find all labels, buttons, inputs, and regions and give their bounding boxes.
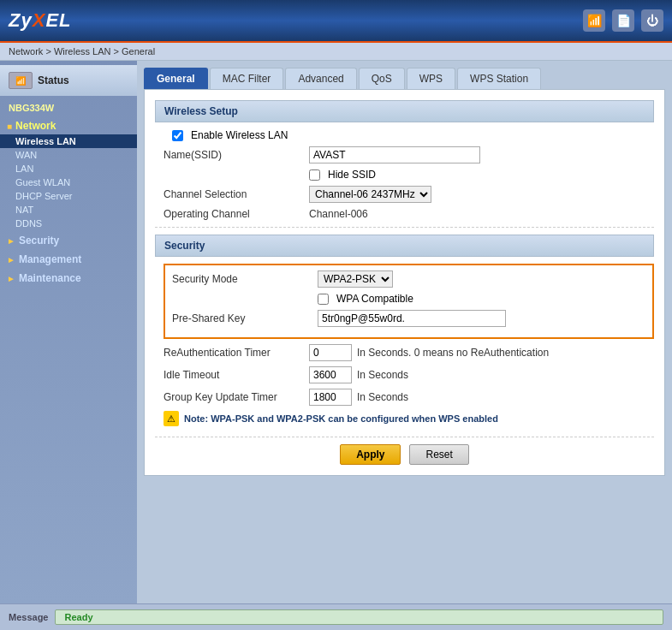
sidebar-item-guest-wlan[interactable]: Guest WLAN xyxy=(0,175,137,189)
sidebar-section-maintenance: ► Maintenance xyxy=(0,270,137,287)
channel-selection-label: Channel Selection xyxy=(164,188,309,200)
reauth-timer-input[interactable] xyxy=(309,344,352,361)
breadcrumb: Network > Wireless LAN > General xyxy=(0,43,672,61)
maintenance-section-label: Maintenance xyxy=(19,272,81,284)
sidebar-section-header-maintenance[interactable]: ► Maintenance xyxy=(0,270,137,287)
hide-ssid-row: Hide SSID xyxy=(155,169,654,181)
sidebar-section-header-network[interactable]: ■ Network xyxy=(0,117,137,134)
network-section-label: Network xyxy=(15,120,56,132)
management-section-label: Management xyxy=(19,253,81,265)
preshared-key-label: Pre-Shared Key xyxy=(172,312,318,324)
sidebar-section-network: ■ Network Wireless LAN WAN LAN Guest WLA… xyxy=(0,117,137,230)
apply-button[interactable]: Apply xyxy=(340,444,401,465)
footer-status: Ready xyxy=(55,609,663,625)
device-name: NBG334W xyxy=(0,100,137,116)
tab-advanced[interactable]: Advanced xyxy=(285,68,356,89)
router-icon: 📶 xyxy=(9,72,33,89)
group-key-label: Group Key Update Timer xyxy=(164,391,309,403)
security-mode-row: Security Mode WPA2-PSK xyxy=(172,270,645,288)
group-key-row: Group Key Update Timer In Seconds xyxy=(155,389,654,406)
wireless-setup-header: Wireless Setup xyxy=(155,100,654,122)
button-row: Apply Reset xyxy=(155,437,654,465)
content: General MAC Filter Advanced QoS WPS WPS … xyxy=(137,61,672,603)
reauth-timer-row: ReAuthentication Timer In Seconds. 0 mea… xyxy=(155,344,654,361)
expand-icon-maintenance: ► xyxy=(7,274,15,283)
note-text: Note: WPA-PSK and WPA2-PSK can be config… xyxy=(184,413,498,424)
enable-wireless-text: Enable Wireless LAN xyxy=(191,129,288,141)
sidebar-section-header-security[interactable]: ► Security xyxy=(0,232,137,249)
operating-channel-row: Operating Channel Channel-006 xyxy=(155,208,654,220)
document-icon[interactable]: 📄 xyxy=(612,9,634,32)
note-icon: ⚠ xyxy=(164,411,179,426)
operating-channel-label: Operating Channel xyxy=(164,208,309,220)
sidebar-item-nat[interactable]: NAT xyxy=(0,203,137,217)
group-key-input[interactable] xyxy=(309,389,352,406)
sidebar-item-ddns[interactable]: DDNS xyxy=(0,217,137,230)
ssid-row: Name(SSID) xyxy=(155,146,654,163)
tab-wps-station[interactable]: WPS Station xyxy=(457,68,541,89)
expand-icon-security: ► xyxy=(7,236,15,246)
preshared-key-row: Pre-Shared Key xyxy=(172,310,645,327)
wpa-compatible-label[interactable]: WPA Compatible xyxy=(318,293,413,305)
ssid-label: Name(SSID) xyxy=(164,149,309,161)
wpa-compatible-checkbox[interactable] xyxy=(318,294,329,305)
wpa-compatible-text: WPA Compatible xyxy=(336,293,413,305)
security-mode-select[interactable]: WPA2-PSK xyxy=(318,270,393,288)
wifi-icon[interactable]: 📶 xyxy=(583,9,605,32)
expand-icon: ■ xyxy=(7,122,12,131)
sidebar-status[interactable]: 📶 Status xyxy=(0,65,137,96)
sidebar-item-wan[interactable]: WAN xyxy=(0,148,137,162)
footer: Message Ready xyxy=(0,603,672,629)
idle-timeout-note: In Seconds xyxy=(357,369,408,381)
status-label: Status xyxy=(38,74,69,86)
preshared-key-input[interactable] xyxy=(318,310,506,327)
main-layout: 📶 Status NBG334W ■ Network Wireless LAN … xyxy=(0,61,672,603)
tabs: General MAC Filter Advanced QoS WPS WPS … xyxy=(144,68,665,89)
sidebar-section-header-management[interactable]: ► Management xyxy=(0,251,137,268)
tab-mac-filter[interactable]: MAC Filter xyxy=(210,68,284,89)
sidebar-section-management: ► Management xyxy=(0,251,137,268)
header: ZyXEL 📶 📄 ⏻ xyxy=(0,0,672,43)
operating-channel-value: Channel-006 xyxy=(309,208,368,220)
channel-selection-select[interactable]: Channel-06 2437MHz xyxy=(309,186,431,203)
tab-general[interactable]: General xyxy=(144,68,208,89)
panel: Wireless Setup Enable Wireless LAN Name(… xyxy=(144,89,665,476)
hide-ssid-checkbox[interactable] xyxy=(309,169,320,181)
channel-selection-row: Channel Selection Channel-06 2437MHz xyxy=(155,186,654,203)
enable-wireless-row: Enable Wireless LAN xyxy=(155,129,654,141)
tab-qos[interactable]: QoS xyxy=(359,68,405,89)
note-row: ⚠ Note: WPA-PSK and WPA2-PSK can be conf… xyxy=(155,411,654,426)
logo: ZyXEL xyxy=(9,9,72,32)
security-header: Security xyxy=(155,235,654,257)
hide-ssid-label[interactable]: Hide SSID xyxy=(309,169,376,181)
security-section-label: Security xyxy=(19,235,59,247)
group-key-note: In Seconds xyxy=(357,391,408,403)
idle-timeout-label: Idle Timeout xyxy=(164,369,309,381)
security-mode-label: Security Mode xyxy=(172,273,318,285)
reauth-timer-label: ReAuthentication Timer xyxy=(164,347,309,359)
footer-message-label: Message xyxy=(9,612,48,622)
reauth-timer-note: In Seconds. 0 means no ReAuthentication xyxy=(357,347,549,359)
tab-wps[interactable]: WPS xyxy=(407,68,455,89)
idle-timeout-input[interactable] xyxy=(309,366,352,383)
ssid-input[interactable] xyxy=(309,146,480,163)
sidebar-item-dhcp-server[interactable]: DHCP Server xyxy=(0,189,137,203)
sidebar-section-security: ► Security xyxy=(0,232,137,249)
enable-wireless-checkbox[interactable] xyxy=(172,130,183,141)
wpa-compatible-row: WPA Compatible xyxy=(172,293,645,305)
reset-button[interactable]: Reset xyxy=(409,444,468,465)
sidebar: 📶 Status NBG334W ■ Network Wireless LAN … xyxy=(0,61,137,603)
power-icon[interactable]: ⏻ xyxy=(641,9,663,32)
security-highlight-box: Security Mode WPA2-PSK WPA Compatible Pr… xyxy=(164,264,654,339)
enable-wireless-label[interactable]: Enable Wireless LAN xyxy=(164,129,288,141)
hide-ssid-text: Hide SSID xyxy=(328,169,376,181)
sidebar-item-lan[interactable]: LAN xyxy=(0,162,137,175)
sidebar-item-wireless-lan[interactable]: Wireless LAN xyxy=(0,134,137,148)
idle-timeout-row: Idle Timeout In Seconds xyxy=(155,366,654,383)
expand-icon-management: ► xyxy=(7,255,15,264)
header-icons: 📶 📄 ⏻ xyxy=(583,9,663,32)
breadcrumb-text: Network > Wireless LAN > General xyxy=(9,46,155,56)
